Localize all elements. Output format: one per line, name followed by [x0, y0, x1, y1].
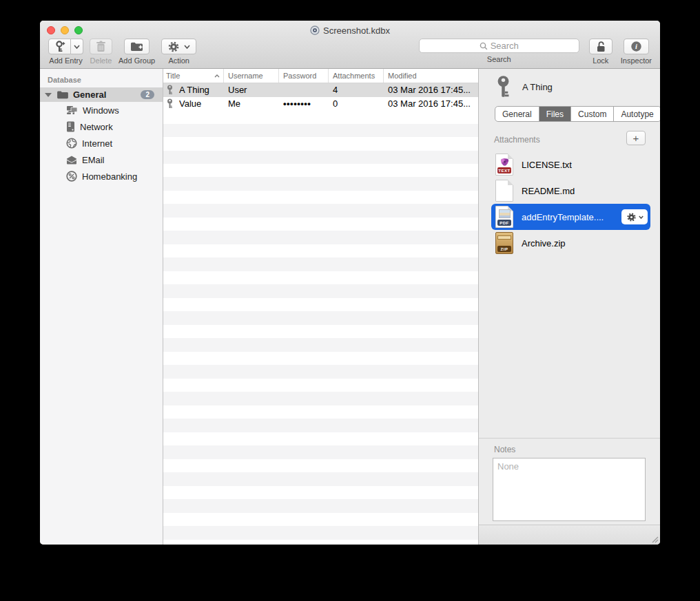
sidebar-item-homebanking[interactable]: Homebanking	[40, 168, 163, 184]
table-header: Title Username Password Attachments Modi…	[163, 69, 478, 83]
inspector-tabs: General Files Custom Autotype	[495, 106, 660, 122]
chevron-down-icon	[184, 45, 190, 49]
delete-label: Delete	[90, 56, 112, 65]
document-proxy-icon[interactable]	[310, 25, 320, 35]
notes-divider	[479, 438, 660, 439]
lock-item: Lock	[589, 39, 612, 65]
delete-button[interactable]	[90, 39, 112, 54]
zip-badge: ZIP	[497, 246, 511, 252]
entry-modified: 03 Mar 2016 17:45...	[384, 98, 478, 109]
attachment-row[interactable]: README.md	[491, 178, 650, 204]
text-badge: TEXT	[497, 167, 511, 173]
add-attachment-button[interactable]: +	[626, 131, 646, 145]
attachment-row[interactable]: ZIP Archive.zip	[491, 230, 650, 256]
entry-password: ••••••••	[279, 98, 329, 109]
pdf-badge: PDF	[497, 220, 511, 226]
inspector-footer	[479, 525, 660, 545]
column-header-modified[interactable]: Modified	[384, 69, 478, 83]
trash-icon	[96, 41, 106, 52]
window-header: Screenshot.kdbx Add Entry	[40, 21, 660, 69]
table-row[interactable]: Value Me •••••••• 0 03 Mar 2016 17:45...	[163, 97, 478, 111]
entry-attachment-count: 4	[329, 85, 384, 95]
inspector-item: i Inspector	[621, 39, 652, 65]
unlocked-padlock-icon	[595, 41, 606, 52]
entry-title: Value	[179, 98, 201, 109]
chevron-down-icon	[639, 215, 644, 219]
sidebar-item-label: EMail	[82, 155, 105, 165]
inspector-entry-header: A Thing	[495, 75, 553, 98]
sidebar-item-label: Internet	[82, 138, 112, 149]
percent-icon	[66, 171, 77, 182]
gear-icon	[626, 212, 637, 222]
folder-icon	[56, 90, 69, 99]
add-entry-dropdown-arrow[interactable]	[71, 39, 83, 54]
server-icon	[66, 121, 75, 132]
sidebar-item-internet[interactable]: Internet	[40, 135, 163, 151]
add-entry-label: Add Entry	[49, 56, 82, 65]
column-header-title[interactable]: Title	[163, 69, 224, 83]
entry-table: Title Username Password Attachments Modi…	[163, 69, 479, 545]
column-header-password[interactable]: Password	[279, 69, 329, 83]
sidebar-item-windows[interactable]: Windows	[40, 102, 163, 118]
tab-general[interactable]: General	[495, 107, 539, 121]
delete-item: Delete	[90, 39, 112, 65]
search-placeholder: Search	[491, 41, 519, 51]
attachment-name: Archive.zip	[522, 238, 648, 249]
empty-rows-stripes[interactable]	[163, 110, 478, 545]
tab-files[interactable]: Files	[539, 107, 571, 121]
lock-button[interactable]	[589, 39, 612, 54]
add-group-button[interactable]	[124, 39, 150, 54]
attachment-row-selected[interactable]: PDF addEntryTemplate....	[491, 204, 650, 230]
entry-attachment-count: 0	[329, 98, 384, 109]
add-entry-key-plus-icon[interactable]	[48, 39, 71, 54]
tab-autotype[interactable]: Autotype	[614, 107, 660, 121]
search-label: Search	[487, 55, 511, 63]
pdf-file-icon: PDF	[495, 206, 513, 228]
tab-custom[interactable]: Custom	[571, 107, 614, 121]
notes-section-label: Notes	[494, 445, 515, 454]
toolbar: Add Entry Delete Add Group	[40, 39, 660, 69]
main-content: Database General 2 Windows Network	[40, 69, 660, 545]
action-label: Action	[168, 56, 189, 65]
key-icon	[495, 75, 511, 98]
action-button[interactable]	[161, 39, 196, 54]
inspector-label: Inspector	[621, 56, 652, 65]
inspector-panel: A Thing General Files Custom Autotype At…	[479, 69, 660, 545]
gear-icon	[167, 41, 180, 53]
column-header-attachments[interactable]: Attachments	[329, 69, 384, 83]
attachment-name: README.md	[522, 186, 648, 196]
attachment-name: LICENSE.txt	[522, 160, 648, 170]
globe-icon	[66, 138, 77, 149]
sidebar-item-label: General	[73, 89, 106, 100]
entry-username: Me	[224, 98, 279, 109]
attachment-action-button[interactable]	[621, 209, 648, 224]
add-entry-button[interactable]	[48, 39, 83, 54]
info-icon: i	[630, 41, 642, 52]
table-body: A Thing User 4 03 Mar 2016 17:45... Valu…	[163, 83, 478, 545]
entry-modified: 03 Mar 2016 17:45...	[384, 85, 478, 95]
macpass-window: Screenshot.kdbx Add Entry	[40, 21, 660, 545]
inspector-entry-title: A Thing	[522, 82, 553, 92]
table-row[interactable]: A Thing User 4 03 Mar 2016 17:45...	[163, 83, 478, 97]
sidebar-item-email[interactable]: EMail	[40, 151, 163, 168]
add-group-label: Add Group	[119, 56, 155, 65]
notes-textarea[interactable]	[493, 458, 646, 521]
sidebar-item-network[interactable]: Network	[40, 118, 163, 135]
sidebar-item-general[interactable]: General 2	[40, 87, 163, 102]
entry-title: A Thing	[179, 85, 209, 95]
folder-plus-icon	[130, 41, 143, 52]
sidebar-item-label: Homebanking	[82, 171, 137, 182]
sidebar-item-label: Network	[80, 122, 113, 132]
attachment-row[interactable]: TEXT LICENSE.txt	[491, 151, 650, 178]
svg-text:i: i	[635, 43, 637, 50]
disclosure-triangle-icon[interactable]	[45, 93, 52, 97]
column-header-username[interactable]: Username	[224, 69, 279, 83]
resize-grip[interactable]	[650, 535, 659, 543]
inspector-button[interactable]: i	[624, 39, 649, 54]
action-item: Action	[161, 39, 196, 65]
add-entry-item: Add Entry	[48, 39, 83, 65]
document-file-icon	[495, 180, 513, 202]
search-input[interactable]: Search	[419, 39, 579, 53]
text-file-icon: TEXT	[495, 154, 513, 176]
entry-count-badge: 2	[141, 90, 154, 99]
